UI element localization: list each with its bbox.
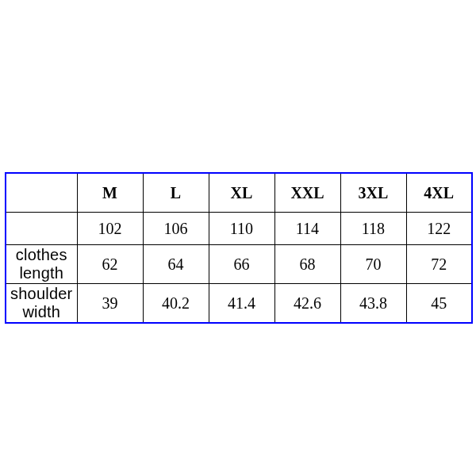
cell: 70 xyxy=(340,245,406,284)
cell: 41.4 xyxy=(209,284,274,324)
column-header: 3XL xyxy=(340,173,406,213)
row-label: clothes length xyxy=(6,245,77,284)
cell: 122 xyxy=(406,213,472,245)
size-table: M L XL XXL 3XL 4XL 102 106 110 114 118 1… xyxy=(5,172,473,324)
cell: 72 xyxy=(406,245,472,284)
row-label: shoulder width xyxy=(6,284,77,324)
cell: 45 xyxy=(406,284,472,324)
cell: 68 xyxy=(274,245,340,284)
cell: 118 xyxy=(340,213,406,245)
column-header: XL xyxy=(209,173,274,213)
table-row: shoulder width 39 40.2 41.4 42.6 43.8 45 xyxy=(6,284,472,324)
row-label xyxy=(6,213,77,245)
cell: 102 xyxy=(77,213,143,245)
column-header: L xyxy=(143,173,209,213)
cell: 66 xyxy=(209,245,274,284)
table-row: 102 106 110 114 118 122 xyxy=(6,213,472,245)
table-header-row: M L XL XXL 3XL 4XL xyxy=(6,173,472,213)
size-chart: M L XL XXL 3XL 4XL 102 106 110 114 118 1… xyxy=(5,172,471,324)
cell: 43.8 xyxy=(340,284,406,324)
cell: 62 xyxy=(77,245,143,284)
header-blank xyxy=(6,173,77,213)
table-row: clothes length 62 64 66 68 70 72 xyxy=(6,245,472,284)
cell: 110 xyxy=(209,213,274,245)
cell: 106 xyxy=(143,213,209,245)
cell: 39 xyxy=(77,284,143,324)
cell: 40.2 xyxy=(143,284,209,324)
column-header: XXL xyxy=(274,173,340,213)
cell: 114 xyxy=(274,213,340,245)
column-header: 4XL xyxy=(406,173,472,213)
column-header: M xyxy=(77,173,143,213)
cell: 64 xyxy=(143,245,209,284)
cell: 42.6 xyxy=(274,284,340,324)
